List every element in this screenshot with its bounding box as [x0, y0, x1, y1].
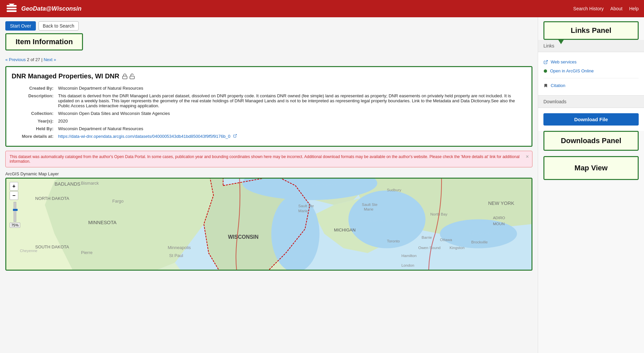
map-scale-bar: 75% [10, 202, 20, 228]
alert-close-button[interactable]: × [526, 154, 529, 160]
map-svg: BADLANDS NORTH DAKOTA SOUTH DAKOTA GREAT… [6, 179, 531, 270]
svg-text:Kingston: Kingston [449, 245, 464, 250]
item-title: DNR Managed Properties, WI DNR [12, 72, 526, 80]
created-by-value: Wisconsin Department of Natural Resource… [56, 85, 525, 92]
svg-rect-1 [7, 8, 17, 9]
held-by-label: Held By: [12, 125, 55, 132]
lock-icon [129, 73, 135, 79]
years-label: Year(s): [12, 118, 55, 125]
svg-text:Lake Huron: Lake Huron [370, 218, 390, 222]
created-by-label: Created By: [12, 85, 55, 92]
zoom-out-button[interactable]: − [10, 191, 18, 200]
map-container[interactable]: + − 75% [5, 178, 532, 271]
svg-text:Fargo: Fargo [112, 199, 123, 204]
meta-row-description: Description: This dataset is derived fro… [12, 92, 525, 109]
pagination-total: 27 [35, 57, 40, 62]
top-buttons: Start Over Back to Search [5, 21, 532, 31]
meta-row-more-details: More details at: https://data-wi-dnr.ope… [12, 133, 525, 140]
svg-text:NEW YORK: NEW YORK [488, 201, 514, 206]
item-title-icons [122, 73, 135, 79]
svg-text:Lake Ontario: Lake Ontario [469, 231, 491, 235]
collection-value: Wisconsin Open Data Sites and Wisconsin … [56, 110, 525, 117]
svg-text:Sault Ste: Sault Ste [298, 204, 314, 208]
svg-text:Toronto: Toronto [387, 239, 400, 243]
item-title-text: DNR Managed Properties, WI DNR [12, 72, 119, 80]
svg-text:MICHIGAN: MICHIGAN [334, 227, 356, 232]
link-icon [122, 73, 128, 79]
svg-line-6 [235, 134, 237, 136]
header-logo: GeoData@Wisconsin [5, 2, 81, 15]
description-value: This dataset is derived from the DNR Man… [56, 92, 525, 109]
item-info-annotation-wrapper: Item Information [5, 33, 532, 54]
logo-icon [5, 2, 18, 15]
description-label: Description: [12, 92, 55, 109]
map-label: ArcGIS Dynamic Map Layer [5, 171, 532, 176]
svg-text:Minneapolis: Minneapolis [168, 245, 191, 250]
svg-text:MINNESOTA: MINNESOTA [88, 220, 117, 225]
svg-text:GREAT PLAINS: GREAT PLAINS [21, 269, 49, 270]
svg-text:ADIRO: ADIRO [493, 216, 505, 220]
downloads-content: Download File [538, 108, 644, 131]
scale-indicator [14, 202, 16, 222]
header-nav: Search History About Help [573, 6, 639, 11]
more-details-link[interactable]: https://data-wi-dnr.opendata.arcgis.com/… [58, 134, 230, 139]
prev-link[interactable]: « Previous [5, 57, 26, 62]
item-info-annotation-label: Item Information [5, 33, 83, 50]
nav-about[interactable]: About [610, 6, 623, 11]
links-panel-annotation: Links Panel [543, 21, 639, 40]
map-view-annotation: Map View [543, 156, 639, 180]
downloads-panel-annotation: Downloads Panel [543, 131, 639, 151]
zoom-in-button[interactable]: + [10, 182, 18, 191]
map-zoom-controls: + − [10, 182, 18, 200]
meta-row-held-by: Held By: Wisconsin Department of Natural… [12, 125, 525, 132]
meta-table: Created By: Wisconsin Department of Natu… [12, 84, 526, 140]
bookmark-icon [543, 83, 548, 88]
svg-text:Sault Ste: Sault Ste [362, 202, 377, 207]
header-title: GeoData@Wisconsin [21, 5, 81, 12]
svg-text:Hamilton: Hamilton [401, 253, 417, 258]
external-link-icon [233, 134, 237, 138]
web-services-link[interactable]: Web services [543, 57, 639, 66]
download-file-button[interactable]: Download File [543, 113, 639, 126]
next-link[interactable]: Next » [43, 57, 56, 62]
downloads-section-header: Downloads [538, 95, 644, 108]
nav-help[interactable]: Help [629, 6, 639, 11]
svg-text:SOUTH DAKOTA: SOUTH DAKOTA [35, 244, 69, 249]
start-over-button[interactable]: Start Over [5, 21, 36, 31]
circle-icon [543, 69, 547, 73]
links-panel-content: Web services Open in ArcGIS Online Citat… [538, 52, 644, 95]
svg-rect-5 [130, 76, 135, 79]
svg-text:Michigan: Michigan [293, 258, 308, 262]
links-panel-annotation-container: Links Panel [538, 17, 644, 40]
svg-text:Owen Sound: Owen Sound [418, 245, 441, 250]
svg-text:Pierre: Pierre [81, 250, 93, 255]
svg-text:St Paul: St Paul [169, 253, 183, 258]
citation-link[interactable]: Citation [543, 81, 639, 90]
arrow-down [558, 39, 564, 44]
pagination: « Previous 2 of 27 | Next » [5, 57, 532, 62]
downloads-panel-annotation-wrapper: Downloads Panel [538, 131, 644, 151]
svg-text:Lake Superior: Lake Superior [312, 182, 336, 186]
scale-label: 75% [10, 222, 20, 228]
svg-text:WISCONSIN: WISCONSIN [228, 234, 259, 240]
meta-row-collection: Collection: Wisconsin Open Data Sites an… [12, 110, 525, 117]
svg-text:Ottawa: Ottawa [440, 237, 452, 242]
svg-text:Cheyenne: Cheyenne [20, 248, 38, 253]
svg-point-74 [544, 69, 547, 73]
pagination-current: 2 [27, 57, 29, 62]
nav-search-history[interactable]: Search History [573, 6, 604, 11]
svg-text:Bismarck: Bismarck [81, 181, 99, 186]
back-to-search-button[interactable]: Back to Search [39, 21, 79, 31]
svg-text:Marie: Marie [364, 207, 373, 211]
svg-rect-2 [7, 10, 17, 12]
open-arcgis-link[interactable]: Open in ArcGIS Online [543, 66, 639, 75]
more-details-value: https://data-wi-dnr.opendata.arcgis.com/… [56, 133, 525, 140]
collection-label: Collection: [12, 110, 55, 117]
external-link-icon2 [543, 60, 548, 64]
svg-text:Barrie: Barrie [422, 235, 432, 239]
meta-row-created-by: Created By: Wisconsin Department of Natu… [12, 85, 525, 92]
item-info-box: DNR Managed Properties, WI DNR [5, 66, 532, 147]
svg-text:Brockville: Brockville [471, 240, 488, 244]
svg-text:Lake: Lake [300, 252, 308, 256]
svg-line-73 [545, 60, 547, 62]
